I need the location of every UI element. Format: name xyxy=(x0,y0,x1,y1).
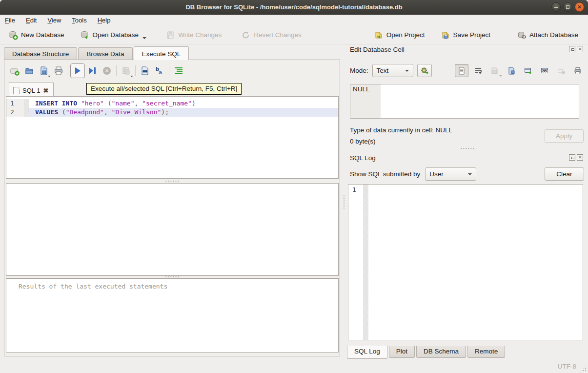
submitted-by-value: User xyxy=(429,170,444,178)
maximize-button[interactable] xyxy=(563,2,572,12)
find-button[interactable] xyxy=(138,63,152,78)
show-sql-label: Show SQL submitted by xyxy=(350,170,420,178)
execute-sql-pane: ✕ b xyxy=(4,60,340,356)
code-text: VALUES ("Deadpond", "Dive Wilson"); xyxy=(29,108,338,117)
open-sql-file-button[interactable] xyxy=(22,63,37,78)
submitted-by-select[interactable]: User xyxy=(425,167,476,181)
import-cell-icon xyxy=(490,66,499,75)
menu-tools[interactable]: Tools xyxy=(72,16,93,25)
tab-db-schema[interactable]: DB Schema xyxy=(416,346,466,358)
mode-label: Mode: xyxy=(350,67,368,74)
apply-button[interactable]: Apply xyxy=(545,129,584,143)
right-panel: Edit Database Cell ✕ Mode: Text xyxy=(346,44,588,359)
print-button[interactable] xyxy=(51,63,66,78)
dock-splitter[interactable] xyxy=(346,146,588,150)
set-null-button[interactable] xyxy=(554,64,568,77)
menu-help[interactable]: Help xyxy=(98,16,117,25)
menu-file[interactable]: File xyxy=(5,16,21,25)
close-dock-icon[interactable]: ✕ xyxy=(577,46,583,52)
autocomplete-icon: b a xyxy=(154,65,165,76)
attach-database-label: Attach Database xyxy=(529,31,578,39)
cell-size-info: 0 byte(s) xyxy=(350,138,376,145)
editor-results-splitter[interactable] xyxy=(6,180,339,183)
print-cell-button[interactable] xyxy=(571,64,585,77)
line-number: 1 xyxy=(6,99,24,108)
execute-line-button[interactable] xyxy=(85,63,100,78)
sql-file-tab[interactable]: SQL 1 ✖ xyxy=(9,82,54,96)
code-line[interactable]: 2VALUES ("Deadpond", "Dive Wilson"); xyxy=(6,108,338,117)
execute-all-icon xyxy=(75,67,81,74)
tab-remote[interactable]: Remote xyxy=(467,346,505,358)
open-external-icon xyxy=(524,66,532,75)
mode-value: Text xyxy=(377,67,389,74)
save-project-button[interactable]: Save Project xyxy=(436,28,495,42)
open-project-button[interactable]: Open Project xyxy=(369,28,429,42)
open-database-button[interactable]: Open Database xyxy=(76,28,151,42)
editor-toolbar-separator-2 xyxy=(116,65,117,76)
tab-browse-data[interactable]: Browse Data xyxy=(78,47,132,60)
svg-text:a: a xyxy=(159,69,162,76)
text-mode-button[interactable] xyxy=(455,64,468,77)
fold-margin xyxy=(24,99,29,108)
sql-code-editor[interactable]: 1INSERT INTO "hero" ("name", "secret_nam… xyxy=(6,96,339,179)
code-line[interactable]: 1INSERT INTO "hero" ("name", "secret_nam… xyxy=(6,99,338,108)
menu-view[interactable]: View xyxy=(47,16,67,25)
sql-log-title: SQL Log xyxy=(350,154,376,162)
results-grid-pane[interactable] xyxy=(6,183,339,276)
autocomplete-button[interactable]: b a xyxy=(152,63,167,78)
save-results-button[interactable] xyxy=(119,63,133,78)
execute-all-button[interactable] xyxy=(70,63,85,78)
export-cell-button[interactable] xyxy=(505,64,518,77)
float-dock-icon-2[interactable] xyxy=(569,154,575,161)
save-sql-menu-caret[interactable] xyxy=(48,76,51,77)
tab-database-structure[interactable]: Database Structure xyxy=(4,47,77,60)
results-message-pane[interactable]: Results of the last executed statements xyxy=(6,278,339,352)
results-placeholder: Results of the last executed statements xyxy=(19,283,167,290)
sql-log-area[interactable]: 1 xyxy=(348,184,583,340)
panel-splitter[interactable] xyxy=(342,44,346,359)
save-results-menu-caret[interactable] xyxy=(130,76,133,77)
open-sql-file-icon xyxy=(24,65,35,76)
open-external-button[interactable] xyxy=(521,64,535,77)
word-wrap-button[interactable] xyxy=(471,64,485,77)
auto-mode-button[interactable] xyxy=(417,64,432,77)
write-changes-button[interactable]: Write Changes xyxy=(161,28,226,42)
save-sql-file-button[interactable] xyxy=(37,63,51,78)
import-cell-button[interactable] xyxy=(488,64,502,77)
mode-select[interactable]: Text xyxy=(372,64,413,77)
format-sql-button[interactable] xyxy=(171,63,186,78)
close-dock-icon-2[interactable]: ✕ xyxy=(577,154,583,161)
gear-icon xyxy=(420,66,429,75)
float-dock-icon[interactable] xyxy=(569,46,575,52)
sql-tab-close-icon[interactable]: ✖ xyxy=(43,87,48,94)
minimize-button[interactable] xyxy=(551,2,561,12)
save-project-icon xyxy=(441,30,450,40)
find-icon xyxy=(140,65,150,76)
cell-edit-content[interactable] xyxy=(381,84,579,118)
new-database-button[interactable]: New Database xyxy=(4,28,69,42)
tab-sql-log[interactable]: SQL Log xyxy=(347,346,387,359)
encoding-indicator[interactable]: UTF-8 xyxy=(558,363,576,370)
cell-toolbar xyxy=(455,64,585,77)
revert-changes-button[interactable]: Revert Changes xyxy=(237,28,306,42)
write-changes-label: Write Changes xyxy=(178,31,222,39)
link-icon xyxy=(540,66,549,75)
tab-execute-sql[interactable]: Execute SQL xyxy=(134,46,189,60)
menu-edit[interactable]: Edit xyxy=(26,16,43,25)
new-sql-tab-button[interactable] xyxy=(7,63,22,78)
cell-edit-area[interactable]: NULL xyxy=(350,84,579,119)
tab-plot[interactable]: Plot xyxy=(389,346,415,358)
stop-button[interactable]: ✕ xyxy=(100,63,114,78)
resize-grip[interactable] xyxy=(581,366,587,372)
cell-value: NULL xyxy=(353,85,370,93)
main-toolbar: New Database Open Database Write Changes… xyxy=(0,26,588,44)
copy-link-button[interactable] xyxy=(538,64,551,77)
clear-log-button[interactable]: Clear xyxy=(545,167,584,181)
log-fold-margin xyxy=(363,185,368,340)
close-button[interactable]: ✕ xyxy=(575,2,584,12)
attach-database-icon xyxy=(517,30,527,40)
open-database-menu-caret[interactable] xyxy=(142,37,146,39)
attach-database-button[interactable]: Attach Database xyxy=(512,28,583,42)
title-bar[interactable]: DB Browser for SQLite - /home/user/code/… xyxy=(0,0,588,15)
revert-changes-icon xyxy=(241,30,251,40)
